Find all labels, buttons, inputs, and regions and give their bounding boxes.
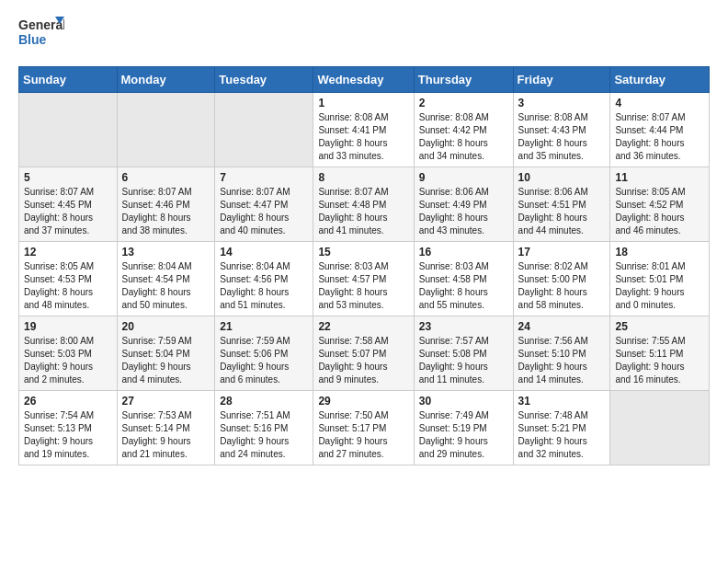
week-row-4: 19Sunrise: 8:00 AM Sunset: 5:03 PM Dayli… — [19, 316, 710, 391]
day-number: 22 — [318, 320, 408, 333]
day-info: Sunrise: 8:08 AM Sunset: 4:43 PM Dayligh… — [518, 111, 606, 163]
day-info: Sunrise: 8:06 AM Sunset: 4:49 PM Dayligh… — [419, 186, 508, 237]
calendar-cell: 24Sunrise: 7:56 AM Sunset: 5:10 PM Dayli… — [513, 316, 610, 391]
calendar-cell: 12Sunrise: 8:05 AM Sunset: 4:53 PM Dayli… — [19, 242, 118, 316]
header: General Blue — [18, 15, 710, 55]
day-info: Sunrise: 7:58 AM Sunset: 5:07 PM Dayligh… — [318, 335, 408, 386]
day-number: 4 — [615, 97, 704, 109]
calendar-cell: 26Sunrise: 7:54 AM Sunset: 5:13 PM Dayli… — [19, 391, 118, 465]
day-info: Sunrise: 8:01 AM Sunset: 5:01 PM Dayligh… — [615, 260, 704, 312]
day-number: 17 — [518, 246, 606, 259]
calendar-cell: 16Sunrise: 8:03 AM Sunset: 4:58 PM Dayli… — [414, 242, 513, 316]
calendar-cell: 8Sunrise: 8:07 AM Sunset: 4:48 PM Daylig… — [313, 167, 414, 242]
svg-text:Blue: Blue — [18, 32, 47, 47]
day-number: 1 — [318, 97, 408, 109]
calendar-cell: 25Sunrise: 7:55 AM Sunset: 5:11 PM Dayli… — [610, 316, 710, 391]
day-number: 11 — [615, 171, 704, 184]
day-number: 23 — [419, 320, 508, 333]
calendar-cell: 14Sunrise: 8:04 AM Sunset: 4:56 PM Dayli… — [215, 242, 313, 316]
day-number: 2 — [419, 97, 508, 109]
calendar-cell: 3Sunrise: 8:08 AM Sunset: 4:43 PM Daylig… — [513, 93, 610, 167]
day-number: 25 — [615, 320, 704, 333]
day-info: Sunrise: 8:08 AM Sunset: 4:42 PM Dayligh… — [419, 111, 508, 163]
day-info: Sunrise: 7:59 AM Sunset: 5:06 PM Dayligh… — [220, 335, 308, 386]
day-info: Sunrise: 8:07 AM Sunset: 4:46 PM Dayligh… — [122, 186, 210, 237]
day-number: 3 — [518, 97, 606, 109]
calendar-cell: 28Sunrise: 7:51 AM Sunset: 5:16 PM Dayli… — [215, 391, 313, 465]
day-number: 8 — [318, 171, 408, 184]
day-number: 12 — [24, 246, 112, 259]
week-row-1: 1Sunrise: 8:08 AM Sunset: 4:41 PM Daylig… — [19, 93, 710, 167]
day-info: Sunrise: 8:07 AM Sunset: 4:44 PM Dayligh… — [615, 111, 704, 163]
day-number: 24 — [518, 320, 606, 333]
calendar-cell: 6Sunrise: 8:07 AM Sunset: 4:46 PM Daylig… — [117, 167, 215, 242]
day-info: Sunrise: 8:07 AM Sunset: 4:47 PM Dayligh… — [220, 186, 308, 237]
day-info: Sunrise: 8:06 AM Sunset: 4:51 PM Dayligh… — [518, 186, 606, 237]
day-number: 14 — [220, 246, 308, 259]
weekday-header-wednesday: Wednesday — [313, 67, 414, 93]
week-row-5: 26Sunrise: 7:54 AM Sunset: 5:13 PM Dayli… — [19, 391, 710, 465]
calendar-cell — [610, 391, 710, 465]
calendar-cell — [215, 93, 313, 167]
calendar-cell: 27Sunrise: 7:53 AM Sunset: 5:14 PM Dayli… — [117, 391, 215, 465]
calendar-cell — [117, 93, 215, 167]
weekday-header-row: SundayMondayTuesdayWednesdayThursdayFrid… — [19, 67, 710, 93]
calendar-cell: 31Sunrise: 7:48 AM Sunset: 5:21 PM Dayli… — [513, 391, 610, 465]
calendar-cell: 5Sunrise: 8:07 AM Sunset: 4:45 PM Daylig… — [19, 167, 118, 242]
calendar-cell: 1Sunrise: 8:08 AM Sunset: 4:41 PM Daylig… — [313, 93, 414, 167]
day-number: 27 — [122, 395, 210, 408]
day-info: Sunrise: 8:00 AM Sunset: 5:03 PM Dayligh… — [24, 335, 112, 386]
calendar-cell: 9Sunrise: 8:06 AM Sunset: 4:49 PM Daylig… — [414, 167, 513, 242]
weekday-header-tuesday: Tuesday — [215, 67, 313, 93]
day-info: Sunrise: 7:54 AM Sunset: 5:13 PM Dayligh… — [24, 409, 112, 461]
day-number: 28 — [220, 395, 308, 408]
weekday-header-sunday: Sunday — [19, 67, 118, 93]
calendar-cell: 20Sunrise: 7:59 AM Sunset: 5:04 PM Dayli… — [117, 316, 215, 391]
calendar-cell: 18Sunrise: 8:01 AM Sunset: 5:01 PM Dayli… — [610, 242, 710, 316]
day-info: Sunrise: 8:03 AM Sunset: 4:57 PM Dayligh… — [318, 260, 408, 312]
day-info: Sunrise: 8:07 AM Sunset: 4:45 PM Dayligh… — [24, 186, 112, 237]
day-number: 26 — [24, 395, 112, 408]
day-info: Sunrise: 7:53 AM Sunset: 5:14 PM Dayligh… — [122, 409, 210, 461]
logo-icon: General Blue — [18, 15, 64, 55]
calendar-cell: 7Sunrise: 8:07 AM Sunset: 4:47 PM Daylig… — [215, 167, 313, 242]
calendar-cell: 15Sunrise: 8:03 AM Sunset: 4:57 PM Dayli… — [313, 242, 414, 316]
week-row-2: 5Sunrise: 8:07 AM Sunset: 4:45 PM Daylig… — [19, 167, 710, 242]
calendar-cell: 17Sunrise: 8:02 AM Sunset: 5:00 PM Dayli… — [513, 242, 610, 316]
calendar-cell: 19Sunrise: 8:00 AM Sunset: 5:03 PM Dayli… — [19, 316, 118, 391]
day-info: Sunrise: 7:48 AM Sunset: 5:21 PM Dayligh… — [518, 409, 606, 461]
day-info: Sunrise: 8:04 AM Sunset: 4:54 PM Dayligh… — [122, 260, 210, 312]
day-info: Sunrise: 8:03 AM Sunset: 4:58 PM Dayligh… — [419, 260, 508, 312]
weekday-header-friday: Friday — [513, 67, 610, 93]
week-row-3: 12Sunrise: 8:05 AM Sunset: 4:53 PM Dayli… — [19, 242, 710, 316]
day-number: 15 — [318, 246, 408, 259]
calendar-cell — [19, 93, 118, 167]
day-info: Sunrise: 7:59 AM Sunset: 5:04 PM Dayligh… — [122, 335, 210, 386]
day-info: Sunrise: 8:05 AM Sunset: 4:53 PM Dayligh… — [24, 260, 112, 312]
day-info: Sunrise: 8:07 AM Sunset: 4:48 PM Dayligh… — [318, 186, 408, 237]
page: General Blue SundayMondayTuesdayWednesda… — [0, 0, 728, 480]
day-info: Sunrise: 8:08 AM Sunset: 4:41 PM Dayligh… — [318, 111, 408, 163]
calendar-cell: 30Sunrise: 7:49 AM Sunset: 5:19 PM Dayli… — [414, 391, 513, 465]
day-number: 31 — [518, 395, 606, 408]
day-info: Sunrise: 7:55 AM Sunset: 5:11 PM Dayligh… — [615, 335, 704, 386]
day-number: 30 — [419, 395, 508, 408]
day-info: Sunrise: 8:02 AM Sunset: 5:00 PM Dayligh… — [518, 260, 606, 312]
weekday-header-saturday: Saturday — [610, 67, 710, 93]
day-number: 21 — [220, 320, 308, 333]
day-number: 29 — [318, 395, 408, 408]
calendar-cell: 4Sunrise: 8:07 AM Sunset: 4:44 PM Daylig… — [610, 93, 710, 167]
weekday-header-thursday: Thursday — [414, 67, 513, 93]
day-info: Sunrise: 7:57 AM Sunset: 5:08 PM Dayligh… — [419, 335, 508, 386]
weekday-header-monday: Monday — [117, 67, 215, 93]
day-number: 9 — [419, 171, 508, 184]
day-number: 20 — [122, 320, 210, 333]
calendar-cell: 11Sunrise: 8:05 AM Sunset: 4:52 PM Dayli… — [610, 167, 710, 242]
calendar-cell: 29Sunrise: 7:50 AM Sunset: 5:17 PM Dayli… — [313, 391, 414, 465]
calendar-cell: 21Sunrise: 7:59 AM Sunset: 5:06 PM Dayli… — [215, 316, 313, 391]
day-number: 10 — [518, 171, 606, 184]
calendar-table: SundayMondayTuesdayWednesdayThursdayFrid… — [18, 66, 710, 465]
day-info: Sunrise: 7:49 AM Sunset: 5:19 PM Dayligh… — [419, 409, 508, 461]
calendar-cell: 13Sunrise: 8:04 AM Sunset: 4:54 PM Dayli… — [117, 242, 215, 316]
day-number: 18 — [615, 246, 704, 259]
